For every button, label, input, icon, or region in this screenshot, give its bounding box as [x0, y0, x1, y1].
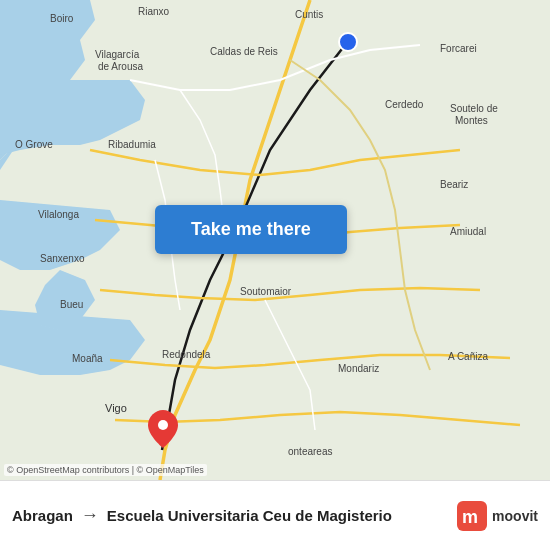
svg-text:Bueu: Bueu [60, 299, 83, 310]
svg-text:Soutelo de: Soutelo de [450, 103, 498, 114]
moovit-logo-icon: m [457, 501, 487, 531]
svg-text:A Cañiza: A Cañiza [448, 351, 488, 362]
svg-text:Soutomaior: Soutomaior [240, 286, 292, 297]
moovit-text: moovit [492, 508, 538, 524]
svg-text:Cuntis: Cuntis [295, 9, 323, 20]
svg-text:Beariz: Beariz [440, 179, 468, 190]
svg-point-27 [158, 420, 168, 430]
svg-text:Montes: Montes [455, 115, 488, 126]
footer: Abragan → Escuela Universitaria Ceu de M… [0, 480, 550, 550]
svg-text:Sanxenxo: Sanxenxo [40, 253, 85, 264]
svg-text:Rianxo: Rianxo [138, 6, 170, 17]
svg-text:Cerdedo: Cerdedo [385, 99, 424, 110]
moovit-logo: m moovit [457, 501, 538, 531]
direction-arrow: → [81, 505, 99, 526]
svg-text:Ribadumia: Ribadumia [108, 139, 156, 150]
svg-text:Vigo: Vigo [105, 402, 127, 414]
svg-text:Mondariz: Mondariz [338, 363, 379, 374]
svg-text:Boiro: Boiro [50, 13, 74, 24]
take-me-there-button[interactable]: Take me there [155, 205, 347, 254]
svg-text:m: m [462, 507, 478, 527]
svg-text:de Arousa: de Arousa [98, 61, 143, 72]
svg-text:Caldas de Reis: Caldas de Reis [210, 46, 278, 57]
map-container: Boiro Rianxo Cuntis Vilagarcía de Arousa… [0, 0, 550, 480]
svg-text:Amiudal: Amiudal [450, 226, 486, 237]
svg-text:Vilalonga: Vilalonga [38, 209, 79, 220]
origin-label: Abragan [12, 507, 73, 524]
svg-text:O Grove: O Grove [15, 139, 53, 150]
svg-text:Vilagarcía: Vilagarcía [95, 49, 140, 60]
map-attribution: © OpenStreetMap contributors | © OpenMap… [4, 464, 207, 476]
svg-text:onteareas: onteareas [288, 446, 332, 457]
svg-text:Redondela: Redondela [162, 349, 211, 360]
svg-text:Moaña: Moaña [72, 353, 103, 364]
svg-point-25 [339, 33, 357, 51]
svg-text:Forcarei: Forcarei [440, 43, 477, 54]
destination-label: Escuela Universitaria Ceu de Magisterio [107, 507, 392, 524]
